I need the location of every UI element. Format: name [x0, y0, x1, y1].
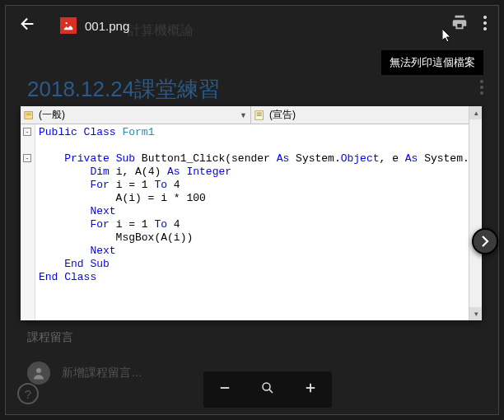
scope-dropdown-label: (一般)	[39, 108, 65, 122]
scope-dropdown[interactable]: (一般) ▼	[21, 106, 251, 124]
svg-point-4	[480, 86, 483, 89]
zoom-reset-button[interactable]	[253, 380, 282, 399]
zoom-out-button[interactable]	[210, 380, 240, 399]
svg-point-1	[483, 21, 487, 25]
back-arrow-icon[interactable]	[19, 15, 37, 36]
topbar: 001.png	[6, 6, 498, 45]
help-button[interactable]: ?	[17, 383, 39, 404]
next-image-button[interactable]	[472, 228, 498, 254]
scroll-up-icon[interactable]: ▴	[469, 106, 482, 119]
svg-rect-8	[26, 114, 31, 115]
svg-rect-10	[257, 112, 262, 113]
filename-label: 001.png	[85, 19, 129, 33]
svg-rect-12	[257, 115, 262, 116]
declaration-dropdown[interactable]: (宣告) ▼	[251, 106, 482, 124]
code-preview-window: (一般) ▼ (宣告) ▼ - - Public Class Form1 Pri…	[21, 106, 482, 320]
scope-icon	[24, 110, 35, 121]
zoom-toolbar	[203, 371, 332, 408]
chevron-down-icon: ▼	[240, 111, 247, 119]
image-file-icon	[60, 17, 77, 34]
svg-rect-11	[257, 114, 262, 114]
page-title: 2018.12.24課堂練習	[27, 75, 220, 104]
svg-point-15	[263, 383, 270, 390]
svg-point-3	[480, 80, 483, 83]
svg-line-16	[269, 390, 273, 393]
svg-rect-7	[26, 113, 31, 114]
svg-point-13	[36, 368, 41, 373]
comment-input[interactable]: 新增課程留言…	[62, 366, 142, 380]
fold-toggle[interactable]: -	[23, 128, 31, 136]
comments-heading: 課程留言	[27, 330, 73, 345]
declaration-dropdown-label: (宣告)	[269, 108, 296, 122]
user-avatar	[27, 362, 50, 385]
code-scrollbar[interactable]: ▴ ▾	[469, 106, 482, 320]
svg-point-2	[483, 27, 487, 30]
comment-input-row: 新增課程留言…	[27, 362, 142, 385]
more-menu-button[interactable]	[483, 16, 487, 34]
fold-toggle[interactable]: -	[23, 154, 31, 162]
declaration-icon	[254, 110, 266, 121]
code-dropdown-bar: (一般) ▼ (宣告) ▼	[21, 106, 482, 124]
print-button[interactable]	[450, 14, 469, 35]
scroll-split-icon[interactable]: ▾	[469, 307, 482, 320]
item-more-button[interactable]	[480, 80, 483, 98]
code-text-area: Public Class Form1 Private Sub Button1_C…	[35, 124, 482, 320]
code-gutter: - -	[21, 124, 35, 320]
zoom-in-button[interactable]	[296, 380, 325, 399]
svg-point-0	[483, 16, 487, 19]
print-disabled-tooltip: 無法列印這個檔案	[381, 50, 483, 75]
svg-point-5	[480, 91, 483, 95]
